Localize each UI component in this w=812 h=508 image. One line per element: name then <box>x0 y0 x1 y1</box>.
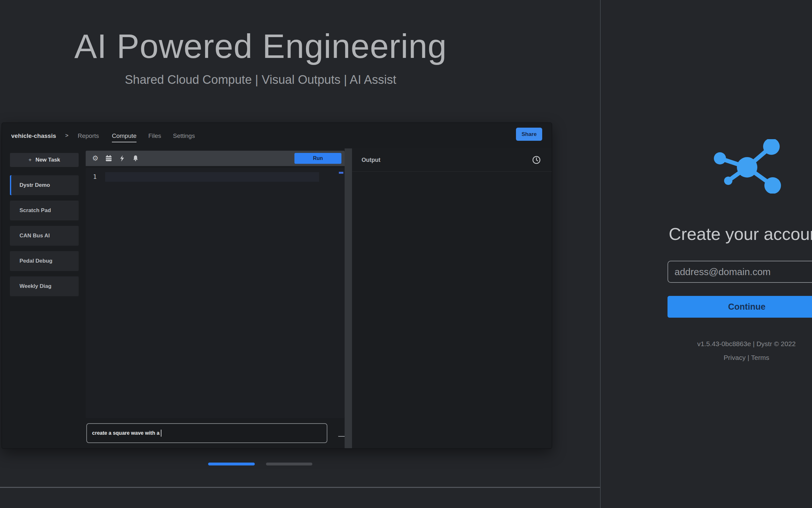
dystr-molecule-logo-icon <box>713 139 790 194</box>
ai-prompt-row: create a square wave with a <box>86 423 345 444</box>
plus-icon: + <box>29 157 32 163</box>
output-title: Output <box>362 157 380 164</box>
page-title: AI Powered Engineering <box>0 27 521 66</box>
privacy-terms-links[interactable]: Privacy | Terms <box>667 354 812 362</box>
share-button[interactable]: Share <box>516 128 542 141</box>
breadcrumb-project[interactable]: vehicle-chassis <box>11 132 56 139</box>
editor-pane: ⚙ Run 1 <box>86 151 345 418</box>
version-text: v1.5.43-0bc8863e | Dystr © 2022 <box>667 340 812 348</box>
tab-compute[interactable]: Compute <box>112 132 137 142</box>
tab-settings[interactable]: Settings <box>173 132 195 139</box>
output-pane: Output <box>352 149 552 448</box>
task-sidebar: +New Task Dystr Demo Scratch Pad CAN Bus… <box>10 153 79 167</box>
ai-prompt-input[interactable]: create a square wave with a <box>86 423 327 443</box>
gear-icon[interactable]: ⚙ <box>91 155 99 162</box>
lightning-icon[interactable] <box>118 155 126 162</box>
pane-splitter[interactable] <box>345 149 352 448</box>
new-task-label: New Task <box>36 157 60 163</box>
editor-toolbar: ⚙ Run <box>86 151 345 166</box>
output-header: Output <box>352 149 552 172</box>
horizontal-divider <box>0 487 601 488</box>
text-cursor <box>161 430 161 437</box>
breadcrumb-chevron-icon: > <box>65 132 68 139</box>
calendar-icon[interactable] <box>105 155 112 162</box>
task-list: Dystr Demo Scratch Pad CAN Bus AI Pedal … <box>10 175 79 302</box>
editor-line-number: 1 <box>93 173 97 180</box>
task-item-pedal-debug[interactable]: Pedal Debug <box>10 251 79 271</box>
carousel-indicator-active[interactable] <box>208 463 255 465</box>
email-field[interactable] <box>668 261 812 283</box>
app-window: vehicle-chassis > Reports Compute Files … <box>2 123 552 449</box>
code-editor[interactable]: 1 <box>86 168 345 418</box>
bell-icon[interactable] <box>132 155 139 162</box>
tab-files[interactable]: Files <box>148 132 161 139</box>
page-subtitle: Shared Cloud Compute | Visual Outputs | … <box>0 73 521 87</box>
task-item-scratch-pad[interactable]: Scratch Pad <box>10 201 79 220</box>
clock-history-icon[interactable] <box>532 156 541 164</box>
task-item-dystr-demo[interactable]: Dystr Demo <box>10 175 79 195</box>
new-task-button[interactable]: +New Task <box>10 153 79 167</box>
task-item-weekly-diag[interactable]: Weekly Diag <box>10 277 79 296</box>
signup-heading: Create your account <box>667 224 812 244</box>
ai-prompt-text: create a square wave with a <box>92 430 159 436</box>
vertical-divider <box>600 0 601 508</box>
run-button[interactable]: Run <box>294 153 341 164</box>
task-item-can-bus-ai[interactable]: CAN Bus AI <box>10 226 79 246</box>
tab-reports[interactable]: Reports <box>78 132 99 139</box>
editor-scrollbar-thumb[interactable] <box>339 172 343 174</box>
editor-active-line <box>105 172 319 182</box>
continue-button[interactable]: Continue <box>668 296 812 318</box>
app-header: vehicle-chassis > Reports Compute Files … <box>2 123 552 149</box>
carousel-indicator-inactive[interactable] <box>266 463 312 465</box>
page: AI Powered Engineering Shared Cloud Comp… <box>0 0 812 508</box>
